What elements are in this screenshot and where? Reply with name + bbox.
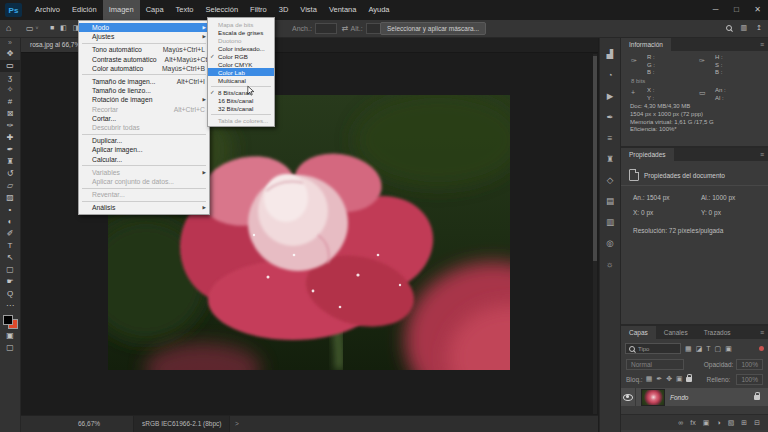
menubar-imagen[interactable]: Imagen: [103, 0, 140, 20]
add-layer-mask-icon[interactable]: ▣: [703, 419, 710, 427]
search-icon[interactable]: [726, 25, 732, 31]
screen-mode-icon[interactable]: ▢: [0, 342, 20, 354]
tab-trazados[interactable]: Trazados: [696, 326, 739, 339]
menu-item-aplicar-conjunto-de-datos[interactable]: Aplicar conjunto de datos...: [79, 177, 209, 186]
menu-item-16-bits-canal[interactable]: 16 Bits/canal: [208, 96, 274, 104]
histogram-panel-icon[interactable]: ▟: [600, 44, 620, 65]
menu-item-tamano-de-lienzo[interactable]: Tamaño de lienzo...: [79, 86, 209, 95]
swap-dimensions-icon[interactable]: ⇄: [342, 24, 349, 33]
lock-paint-icon[interactable]: ✒: [656, 375, 662, 383]
healing-brush-tool-icon[interactable]: ✚: [0, 132, 20, 144]
3d-panel-icon[interactable]: ◇: [600, 170, 620, 191]
move-tool-icon[interactable]: ✥: [0, 48, 20, 60]
current-tool-icon[interactable]: ▭ ˅: [26, 20, 38, 36]
filter-toggle-icon[interactable]: [759, 346, 764, 351]
menu-item-descubrir-todas[interactable]: Descubrir todas: [79, 123, 209, 132]
height-value[interactable]: 1000 px: [712, 194, 735, 201]
shape-tool-icon[interactable]: ▢: [0, 264, 20, 276]
menu-item-contraste-automatico[interactable]: Contraste automáticoAlt+Mayús+Ctrl+L: [79, 55, 209, 64]
menu-item-duotono[interactable]: Duotono: [208, 36, 274, 44]
menu-item-tabla-de-colores[interactable]: Tabla de colores...: [208, 116, 274, 124]
tab-informacion[interactable]: Información: [621, 38, 671, 51]
menubar-vista[interactable]: Vista: [294, 0, 323, 20]
minimize-button[interactable]: ─: [705, 0, 726, 20]
close-button[interactable]: ✕: [747, 0, 768, 20]
opacity-field[interactable]: 100%: [736, 359, 763, 370]
menubar-archivo[interactable]: Archivo: [29, 0, 66, 20]
learn-panel-icon[interactable]: ☼: [600, 254, 620, 275]
status-expand-icon[interactable]: >: [235, 416, 239, 432]
eraser-tool-icon[interactable]: ▱: [0, 180, 20, 192]
hand-tool-icon[interactable]: ☛: [0, 276, 20, 288]
filter-pixel-layers-icon[interactable]: ▦: [685, 345, 692, 353]
delete-layer-icon[interactable]: ⊟: [754, 419, 760, 427]
stock-panel-icon[interactable]: ◎: [600, 233, 620, 254]
quick-selection-tool-icon[interactable]: ✧: [0, 84, 20, 96]
maximize-button[interactable]: □: [726, 0, 747, 20]
zoom-level-field[interactable]: 66,67%: [78, 416, 100, 432]
lock-position-icon[interactable]: ✥: [666, 375, 672, 383]
layer-thumbnail[interactable]: [641, 389, 665, 406]
zoom-tool-icon[interactable]: Q: [0, 288, 20, 300]
filter-shape-layers-icon[interactable]: ▢: [715, 345, 722, 353]
lock-transparency-icon[interactable]: ▦: [646, 375, 653, 383]
share-icon[interactable]: ↥: [756, 24, 762, 32]
crop-tool-icon[interactable]: #: [0, 96, 20, 108]
menu-item-cortar[interactable]: Cortar...: [79, 114, 209, 123]
lock-all-icon[interactable]: [686, 377, 692, 382]
marquee-tool-icon[interactable]: ▭: [0, 60, 20, 72]
more-tools-icon[interactable]: ⋯: [0, 300, 20, 312]
clone-stamp-tool-icon[interactable]: ♜: [0, 156, 20, 168]
menu-item-8-bits-canal[interactable]: ✓8 Bits/canal: [208, 88, 274, 96]
brush-tool-icon[interactable]: ✒: [0, 144, 20, 156]
menubar-ayuda[interactable]: Ayuda: [362, 0, 395, 20]
menu-item-calcular[interactable]: Calcular...: [79, 154, 209, 163]
lasso-tool-icon[interactable]: ʒ: [0, 72, 20, 84]
menu-item-mapa-de-bits[interactable]: Mapa de bits: [208, 20, 274, 28]
width-field[interactable]: [315, 23, 337, 34]
menu-item-variables[interactable]: Variables▶: [79, 168, 209, 177]
eyedropper-tool-icon[interactable]: ✑: [0, 120, 20, 132]
panel-menu-icon[interactable]: ≡: [760, 329, 764, 336]
foreground-color-swatch[interactable]: [3, 315, 13, 325]
notes-panel-icon[interactable]: ▥: [600, 212, 620, 233]
menu-item-duplicar[interactable]: Duplicar...: [79, 136, 209, 145]
menu-item-32-bits-canal[interactable]: 32 Bits/canal: [208, 104, 274, 112]
layer-filter-type-select[interactable]: Tipo: [625, 343, 681, 354]
menu-item-color-rgb[interactable]: ✓Color RGB: [208, 52, 274, 60]
clone-source-panel-icon[interactable]: ♜: [600, 149, 620, 170]
libraries-panel-icon[interactable]: ▤: [600, 191, 620, 212]
home-icon[interactable]: ⌂: [6, 20, 11, 36]
color-swatches[interactable]: [3, 315, 18, 329]
history-brush-tool-icon[interactable]: ↺: [0, 168, 20, 180]
actions-panel-icon[interactable]: ▶: [600, 86, 620, 107]
blur-tool-icon[interactable]: •: [0, 204, 20, 216]
history-panel-icon[interactable]: ◔: [600, 65, 620, 86]
menu-item-tono-automatico[interactable]: Tono automáticoMayús+Ctrl+L: [79, 45, 209, 54]
gradient-tool-icon[interactable]: ▨: [0, 192, 20, 204]
panel-menu-icon[interactable]: ≡: [760, 41, 764, 48]
select-and-mask-button[interactable]: Seleccionar y aplicar máscara...: [380, 22, 486, 35]
menubar-edicion[interactable]: Edición: [66, 0, 103, 20]
menubar-3d[interactable]: 3D: [273, 0, 295, 20]
lock-artboard-icon[interactable]: ▣: [676, 375, 683, 383]
width-value[interactable]: 1504 px: [646, 194, 669, 201]
menu-item-rotacion-de-imagen[interactable]: Rotación de imagen▶: [79, 95, 209, 104]
quick-mask-mode-icon[interactable]: ▣: [0, 330, 20, 342]
menu-item-multicanal[interactable]: Multicanal: [208, 76, 274, 84]
type-tool-icon[interactable]: T: [0, 240, 20, 252]
path-selection-tool-icon[interactable]: ↖: [0, 252, 20, 264]
new-layer-icon[interactable]: ⊞: [741, 419, 747, 427]
toolbar-collapse-icon[interactable]: »: [8, 38, 12, 48]
menu-item-modo[interactable]: Modo▶: [79, 23, 209, 32]
link-layers-icon[interactable]: ∞: [678, 419, 683, 426]
y-value[interactable]: 0 px: [709, 209, 721, 216]
tab-capas[interactable]: Capas: [621, 326, 656, 339]
filter-smart-objects-icon[interactable]: ▣: [725, 345, 732, 353]
new-group-icon[interactable]: ▧: [728, 419, 735, 427]
menu-item-color-cmyk[interactable]: Color CMYK: [208, 60, 274, 68]
adjustments-panel-icon[interactable]: ≡: [600, 128, 620, 149]
menu-item-tamano-de-imagen[interactable]: Tamaño de imagen...Alt+Ctrl+I: [79, 77, 209, 86]
dodge-tool-icon[interactable]: ◐: [0, 216, 20, 228]
tab-propiedades[interactable]: Propiedades: [621, 148, 674, 161]
